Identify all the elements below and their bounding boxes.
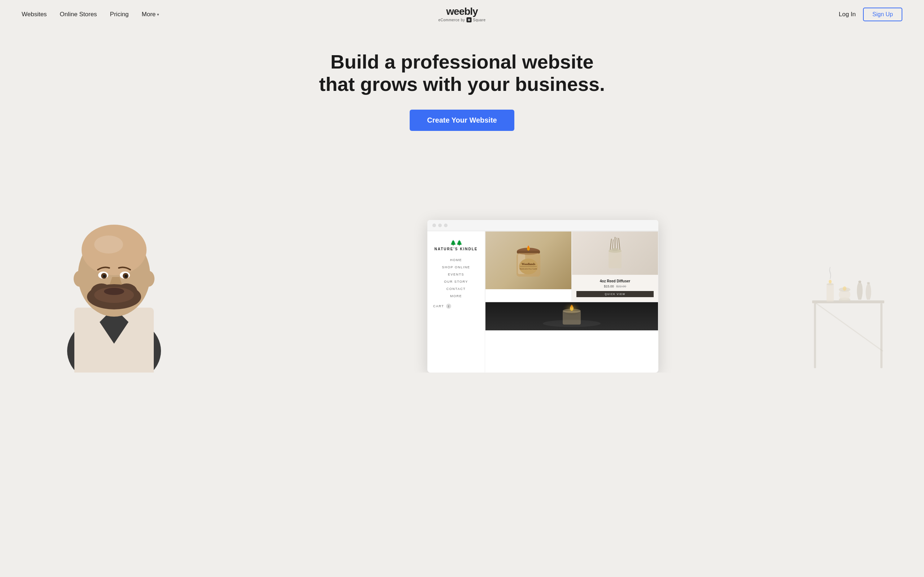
nav-websites[interactable]: Websites xyxy=(22,11,47,18)
svg-point-18 xyxy=(104,288,124,295)
svg-point-7 xyxy=(143,271,155,287)
sidebar-cart[interactable]: CART 2 xyxy=(433,304,479,309)
svg-line-32 xyxy=(619,238,620,251)
svg-point-19 xyxy=(94,235,123,253)
product-info: 4oz Reed Diffuser $15.00 $22.00 QUICK VI… xyxy=(572,275,658,301)
browser-dot-red xyxy=(432,224,436,227)
nav-left: Websites Online Stores Pricing More ▾ xyxy=(22,11,159,18)
svg-point-13 xyxy=(124,275,128,278)
hero-person xyxy=(53,163,175,372)
chevron-down-icon: ▾ xyxy=(157,12,159,17)
browser-body: 🌲🌲 NATURE'S KINDLE HOME SHOP ONLINE EVEN… xyxy=(427,231,658,372)
logo-sub: eCommerce by ⊞ Square xyxy=(438,17,485,23)
svg-point-54 xyxy=(843,286,846,291)
svg-point-56 xyxy=(867,282,870,284)
svg-rect-45 xyxy=(814,303,816,368)
hero-visual: 🌲🌲 NATURE'S KINDLE HOME SHOP ONLINE EVEN… xyxy=(7,149,917,372)
sidebar-contact[interactable]: CONTACT xyxy=(433,287,479,291)
svg-text:Handcrafted Soy Candle: Handcrafted Soy Candle xyxy=(519,268,538,270)
nav-more[interactable]: More ▾ xyxy=(142,11,160,18)
browser-dot-yellow xyxy=(438,224,442,227)
sidebar-shop[interactable]: SHOP ONLINE xyxy=(433,266,479,269)
square-icon: ⊞ xyxy=(466,17,472,23)
price-old: $22.00 xyxy=(616,285,626,288)
product-cell-1: Woodlands Handcrafted Soy Candle xyxy=(485,231,572,302)
product-name: 4oz Reed Diffuser xyxy=(577,279,654,283)
hero-headline: Build a professional website that grows … xyxy=(314,50,610,95)
svg-line-30 xyxy=(610,239,611,251)
quick-view-button[interactable]: QUICK VIEW xyxy=(577,291,654,297)
signup-button[interactable]: Sign Up xyxy=(863,8,902,21)
create-website-button[interactable]: Create Your Website xyxy=(410,110,514,131)
svg-point-55 xyxy=(858,280,861,283)
svg-rect-35 xyxy=(609,251,622,268)
browser-dot-green xyxy=(444,224,447,227)
navbar: Websites Online Stores Pricing More ▾ we… xyxy=(0,0,924,29)
nav-pricing[interactable]: Pricing xyxy=(110,11,129,18)
svg-point-29 xyxy=(528,246,529,248)
product-grid: Woodlands Handcrafted Soy Candle xyxy=(485,231,658,372)
svg-point-6 xyxy=(74,271,85,287)
logo-text: weebly xyxy=(438,6,485,16)
svg-rect-21 xyxy=(517,251,540,253)
svg-rect-48 xyxy=(827,284,834,301)
login-link[interactable]: Log In xyxy=(839,11,856,18)
svg-line-47 xyxy=(816,303,882,351)
store-logo-icon: 🌲🌲 xyxy=(433,240,479,246)
cart-count: 2 xyxy=(446,304,451,309)
hero-section: Build a professional website that grows … xyxy=(0,29,924,372)
svg-text:Woodlands: Woodlands xyxy=(522,263,535,266)
sidebar-more[interactable]: MORE xyxy=(433,294,479,298)
cart-label: CART xyxy=(433,305,444,308)
sidebar-home[interactable]: HOME xyxy=(433,258,479,262)
sidebar-story[interactable]: OUR STORY xyxy=(433,280,479,284)
store-name: NATURE'S KINDLE xyxy=(433,247,479,251)
product-price: $15.00 $22.00 xyxy=(577,285,654,288)
product-cell-3 xyxy=(485,302,658,331)
svg-point-12 xyxy=(103,275,106,278)
svg-rect-46 xyxy=(880,303,882,368)
sidebar-events[interactable]: EVENTS xyxy=(433,272,479,276)
product-image-2 xyxy=(572,232,658,275)
product-cell-2: 4oz Reed Diffuser $15.00 $22.00 QUICK VI… xyxy=(572,231,658,302)
browser-bar xyxy=(427,220,658,231)
nav-right: Log In Sign Up xyxy=(839,8,902,21)
nav-online-stores[interactable]: Online Stores xyxy=(60,11,97,18)
price-current: $15.00 xyxy=(604,285,614,288)
product-image-1: Woodlands Handcrafted Soy Candle xyxy=(485,232,571,289)
store-sidebar: 🌲🌲 NATURE'S KINDLE HOME SHOP ONLINE EVEN… xyxy=(427,231,485,372)
decorative-shelf xyxy=(805,243,899,372)
svg-point-50 xyxy=(829,280,832,284)
svg-point-37 xyxy=(611,248,619,251)
browser-mockup: 🌲🌲 NATURE'S KINDLE HOME SHOP ONLINE EVEN… xyxy=(427,220,658,372)
logo[interactable]: weebly eCommerce by ⊞ Square xyxy=(438,6,485,23)
